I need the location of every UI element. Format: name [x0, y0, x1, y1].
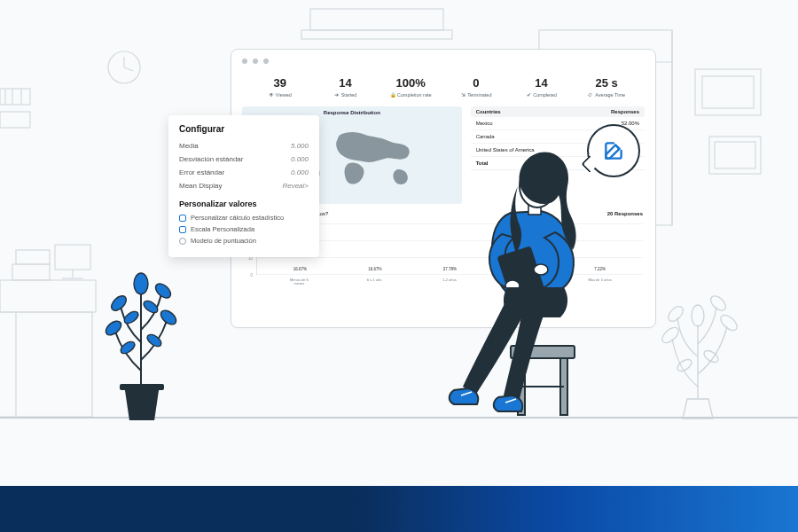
- config-value: 0.000: [291, 155, 309, 163]
- stat-viewed: 39 👁Viewed: [247, 76, 313, 98]
- svg-point-35: [660, 325, 681, 346]
- checkbox-icon: [179, 226, 186, 233]
- svg-rect-4: [55, 245, 90, 270]
- window-dot: [242, 59, 247, 64]
- svg-rect-1: [0, 280, 96, 312]
- country-pct: 52.00%: [622, 121, 639, 126]
- checkbox-icon: [179, 215, 186, 222]
- clock-icon: ⏱: [588, 92, 593, 98]
- stat-label: Average Time: [595, 92, 625, 98]
- config-row[interactable]: Desviación estándar 0.000: [179, 153, 309, 166]
- stat-value: 39: [247, 76, 313, 90]
- svg-point-36: [718, 312, 739, 333]
- svg-rect-7: [0, 89, 30, 105]
- config-value: 0.000: [291, 168, 309, 176]
- svg-point-38: [708, 293, 729, 314]
- stat-label: Terminated: [467, 92, 491, 98]
- svg-rect-8: [0, 112, 30, 128]
- svg-point-27: [109, 293, 129, 314]
- config-option[interactable]: Escala Personalizada: [179, 223, 309, 235]
- window-controls: [231, 50, 655, 73]
- stat-completed: 14 ✔Completed: [509, 76, 575, 98]
- stat-label: Started: [341, 92, 357, 98]
- svg-point-29: [134, 273, 148, 294]
- svg-point-25: [103, 318, 123, 338]
- exit-icon: ⇲: [460, 92, 466, 98]
- option-label: Escala Personalizada: [191, 225, 254, 233]
- svg-point-33: [142, 299, 160, 316]
- svg-point-28: [153, 281, 174, 301]
- config-label: Desviación estándar: [179, 155, 243, 163]
- svg-point-32: [122, 309, 140, 326]
- stat-value: 14: [313, 76, 379, 90]
- config-popup: Configurar Media 5.000 Desviación estánd…: [168, 115, 319, 257]
- svg-rect-18: [702, 76, 754, 108]
- config-label: Media: [179, 142, 199, 150]
- svg-rect-20: [715, 142, 755, 168]
- svg-rect-3: [16, 250, 50, 264]
- svg-point-54: [541, 184, 544, 187]
- config-title: Configurar: [179, 124, 309, 134]
- svg-point-26: [158, 308, 178, 327]
- x-tick: 6 a 1 año: [360, 277, 388, 287]
- stat-label: Completed: [533, 92, 557, 98]
- window-dot: [263, 59, 269, 64]
- svg-rect-12: [301, 30, 452, 39]
- svg-line-23: [124, 67, 133, 71]
- stat-started: 14 ➜Started: [313, 76, 379, 98]
- svg-point-39: [692, 305, 704, 326]
- svg-point-50: [534, 264, 548, 275]
- config-option[interactable]: Personalizar cálculo estadístico: [179, 212, 309, 223]
- table-header: Countries Responses: [471, 106, 645, 117]
- stat-value: 100%: [378, 76, 443, 90]
- svg-rect-2: [12, 264, 50, 280]
- radio-icon: [179, 238, 186, 245]
- config-label: Mean Display: [179, 182, 222, 190]
- option-label: Modelo de puntuación: [191, 237, 256, 245]
- bar-value-label: 16.67%: [286, 267, 314, 271]
- svg-point-30: [119, 340, 137, 356]
- lock-icon: 🔒: [390, 92, 395, 98]
- y-tick: 0: [250, 273, 253, 278]
- config-value: 5.000: [291, 142, 309, 150]
- check-icon: ✔: [526, 92, 531, 98]
- col-responses: Responses: [611, 109, 639, 114]
- stat-value: 0: [443, 76, 509, 90]
- config-subtitle: Personalizar valores: [179, 200, 309, 208]
- country-name: Mexico: [476, 121, 493, 126]
- option-label: Personalizar cálculo estadístico: [191, 214, 284, 222]
- x-tick: Menos de 6 meses: [285, 277, 313, 287]
- stat-avg-time: 25 s ⏱Average Time: [574, 76, 639, 98]
- stat-terminated: 0 ⇲Terminated: [443, 76, 509, 98]
- col-country: Countries: [476, 109, 501, 114]
- stat-value: 14: [509, 76, 575, 90]
- config-option[interactable]: Modelo de puntuación: [179, 235, 309, 246]
- config-row[interactable]: Media 5.000: [179, 139, 309, 153]
- svg-point-53: [528, 184, 531, 187]
- config-value: Reveal>: [282, 182, 309, 190]
- stat-completion-rate: 100% 🔒Completion rate: [378, 76, 443, 98]
- config-row[interactable]: Mean Display Reveal>: [179, 179, 309, 192]
- stat-value: 25 s: [574, 76, 639, 90]
- stat-label: Viewed: [276, 92, 292, 98]
- bottom-banner: [0, 486, 798, 532]
- plant-right: [640, 271, 755, 426]
- config-label: Error estándar: [179, 168, 224, 176]
- arrow-right-icon: ➜: [334, 92, 340, 98]
- svg-rect-13: [310, 9, 443, 30]
- eye-icon: 👁: [269, 92, 274, 98]
- svg-point-37: [666, 304, 686, 325]
- stats-row: 39 👁Viewed 14 ➜Started 100% 🔒Completion …: [231, 73, 655, 106]
- window-dot: [253, 59, 258, 64]
- woman-illustration: [436, 137, 622, 420]
- stat-label: Completion rate: [397, 92, 432, 98]
- config-row[interactable]: Error estándar 0.000: [179, 166, 309, 179]
- bar-value-label: 16.67%: [361, 267, 389, 271]
